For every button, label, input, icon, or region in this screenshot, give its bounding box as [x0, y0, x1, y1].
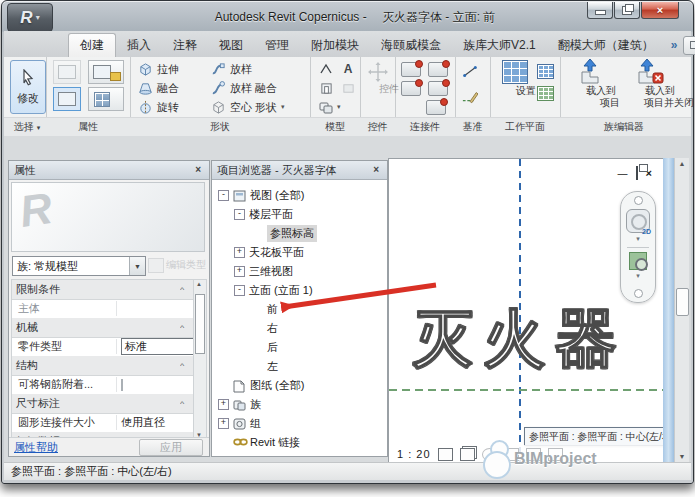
- modify-button[interactable]: 修改: [10, 60, 46, 114]
- panel-model[interactable]: 模型: [310, 120, 360, 134]
- view-restore-icon[interactable]: [636, 167, 638, 179]
- properties-palette-toggle-icon[interactable]: [53, 87, 81, 111]
- collapse-icon[interactable]: ^: [180, 400, 190, 408]
- group-mechanical[interactable]: 机械^: [12, 318, 194, 338]
- panel-properties[interactable]: 属性: [46, 120, 130, 134]
- tree-item-left[interactable]: 左: [212, 357, 278, 376]
- ribbon-cycle-button[interactable]: ▾: [683, 36, 695, 55]
- tree-expander[interactable]: +: [234, 266, 245, 277]
- model-group-tool[interactable]: ▾: [318, 98, 341, 116]
- tab-annotate[interactable]: 注释: [162, 33, 208, 57]
- properties-scrollbar[interactable]: ▲ ▼: [193, 279, 207, 440]
- component-icon[interactable]: [340, 80, 356, 96]
- prop-row-part-type[interactable]: 零件类型标准: [12, 337, 194, 357]
- group-dimensions[interactable]: 尺寸标注^: [12, 394, 194, 414]
- tree-item-views[interactable]: - 视图 (全部): [212, 186, 304, 205]
- tree-item-sheets[interactable]: 图纸 (全部): [212, 376, 304, 395]
- tab-overflow-icon[interactable]: »: [671, 38, 678, 52]
- checkbox-icon[interactable]: [121, 379, 123, 391]
- electrical-connector-icon[interactable]: [401, 62, 421, 77]
- tree-item-right[interactable]: 右: [212, 319, 278, 338]
- set-workplane-button[interactable]: 设置: [498, 60, 532, 96]
- tab-plugin-mobox[interactable]: 海颐威模盒: [370, 33, 452, 57]
- panel-family-editor[interactable]: 族编辑器: [560, 120, 688, 134]
- blend-tool[interactable]: 融合: [137, 79, 179, 97]
- type-selector[interactable]: 族: 常规模型 ▼: [12, 256, 146, 276]
- tab-manage[interactable]: 管理: [254, 33, 300, 57]
- tree-item-ceiling-plans[interactable]: + 天花板平面: [212, 243, 304, 262]
- sweep-tool[interactable]: 放样: [210, 60, 252, 78]
- close-icon[interactable]: ×: [370, 164, 382, 176]
- collapse-icon[interactable]: ^: [180, 362, 190, 370]
- dropdown-icon[interactable]: ▼: [129, 257, 145, 275]
- panel-datum[interactable]: 基准: [455, 120, 490, 134]
- visual-style-icon[interactable]: [460, 448, 475, 461]
- pipe-connector-icon[interactable]: [401, 81, 421, 96]
- show-workplane-tool[interactable]: [537, 62, 554, 80]
- nav-options-icon[interactable]: [634, 289, 643, 298]
- scrollbar-thumb[interactable]: [676, 288, 689, 316]
- workplane-viewer-tool[interactable]: [537, 84, 554, 102]
- tree-item-families[interactable]: + 族: [212, 395, 261, 414]
- extrude-tool[interactable]: 拉伸: [137, 60, 179, 78]
- nav-options-icon[interactable]: [634, 196, 643, 205]
- tree-item-back[interactable]: 后: [212, 338, 278, 357]
- void-forms-tool[interactable]: 空心 形状 ▾: [210, 98, 285, 116]
- view-minimize-icon[interactable]: —: [618, 168, 628, 179]
- tree-expander[interactable]: -: [234, 285, 245, 296]
- crop-view-icon[interactable]: [526, 448, 541, 461]
- panel-connectors[interactable]: 连接件: [395, 120, 455, 134]
- sun-icon[interactable]: [482, 448, 497, 461]
- tab-insert[interactable]: 插入: [116, 33, 162, 57]
- tree-expander[interactable]: -: [218, 190, 229, 201]
- chevron-down-icon[interactable]: ▾: [636, 272, 640, 280]
- prop-row-rebar[interactable]: 可将钢筋附着...: [12, 375, 194, 395]
- tree-expander[interactable]: -: [234, 209, 245, 220]
- properties-palette-header[interactable]: 属性 ×: [9, 161, 209, 180]
- close-button[interactable]: ×: [641, 2, 679, 19]
- reference-level-line[interactable]: [389, 389, 664, 391]
- panel-forms[interactable]: 形状: [130, 120, 310, 134]
- tree-expander[interactable]: +: [218, 418, 229, 429]
- panel-workplane[interactable]: 工作平面: [490, 120, 560, 134]
- revolve-tool[interactable]: 旋转: [137, 98, 179, 116]
- tab-addins[interactable]: 附加模块: [300, 33, 370, 57]
- reveal-hidden-icon[interactable]: [548, 448, 563, 461]
- swept-blend-tool[interactable]: 放样 融合: [210, 79, 277, 97]
- model-text-outline[interactable]: 灭火器: [411, 297, 627, 381]
- chevron-down-icon[interactable]: ▾: [636, 235, 640, 243]
- load-into-project-close-button[interactable]: 载入到 项目并关闭: [616, 58, 682, 108]
- cable-tray-connector-icon[interactable]: [428, 81, 448, 96]
- application-menu-button[interactable]: R ▾: [7, 3, 53, 32]
- tab-create[interactable]: 创建: [68, 33, 116, 57]
- duct-connector-icon[interactable]: [428, 62, 448, 77]
- tree-item-groups[interactable]: + 组: [212, 414, 261, 433]
- scroll-down-icon[interactable]: ▼: [675, 453, 689, 460]
- part-type-value[interactable]: 标准: [121, 338, 194, 355]
- project-browser-header[interactable]: 项目浏览器 - 灭火器字体 ×: [212, 161, 387, 180]
- steering-wheel-icon[interactable]: 2D: [626, 209, 650, 233]
- scrollbar-thumb[interactable]: [195, 294, 205, 354]
- tree-item-revit-links[interactable]: Revit 链接: [212, 433, 300, 452]
- reference-plane-tool[interactable]: [462, 88, 478, 106]
- scroll-up-icon[interactable]: ▲: [194, 281, 204, 287]
- tree-item-front[interactable]: 前: [212, 300, 278, 319]
- reference-line-tool[interactable]: [462, 62, 478, 80]
- tree-item-3d-views[interactable]: + 三维视图: [212, 262, 293, 281]
- scroll-up-icon[interactable]: ▲: [675, 160, 689, 167]
- group-constraints[interactable]: 限制条件^: [12, 280, 194, 300]
- detail-level-icon[interactable]: [438, 448, 453, 461]
- properties-help-link[interactable]: 属性帮助: [14, 440, 58, 455]
- tab-family-master[interactable]: 族库大师V2.1: [452, 33, 547, 57]
- close-icon[interactable]: ×: [192, 164, 204, 176]
- conduit-connector-icon[interactable]: [426, 100, 446, 115]
- family-category-icon[interactable]: [53, 60, 81, 84]
- tree-item-floor-plans[interactable]: - 楼层平面: [212, 205, 293, 224]
- drawing-area[interactable]: 灭火器 — × 2D ▾ ▾ 参照平面 : 参照平面 : 中心(左/右) 1 :…: [388, 158, 664, 463]
- view-scale[interactable]: 1 : 20: [397, 448, 431, 460]
- tree-item-elevations[interactable]: - 立面 (立面 1): [212, 281, 313, 300]
- tab-model-master[interactable]: 翻模大师（建筑）: [547, 33, 665, 57]
- panel-select[interactable]: 选择 ▾: [8, 120, 46, 134]
- zoom-icon[interactable]: [629, 252, 647, 270]
- tab-view[interactable]: 视图: [208, 33, 254, 57]
